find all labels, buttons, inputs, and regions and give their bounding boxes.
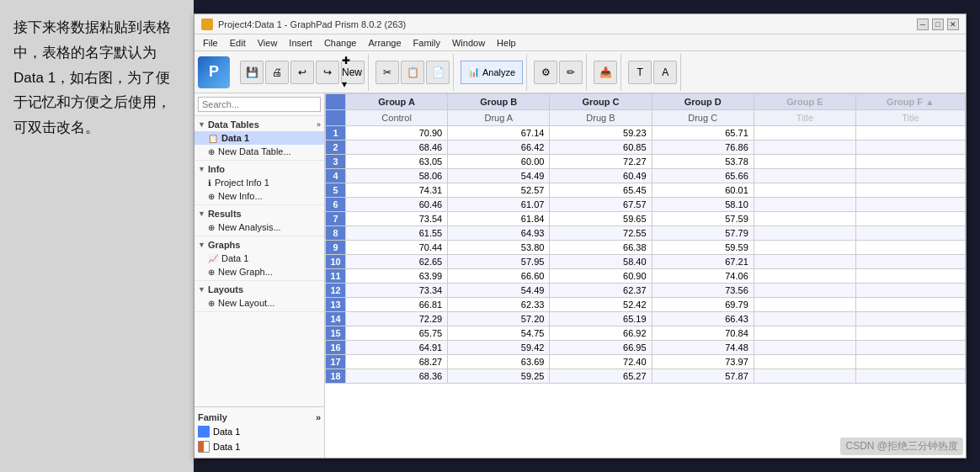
table-row[interactable]: 1062.6557.9558.4067.21: [326, 255, 966, 269]
table-row[interactable]: 1273.3454.4962.3773.56: [326, 284, 966, 298]
data-cell[interactable]: 74.06: [652, 269, 754, 284]
data-cell[interactable]: 57.79: [652, 226, 754, 241]
group-b-header[interactable]: Group B: [448, 94, 550, 110]
toolbar-undo[interactable]: ↩: [290, 61, 314, 84]
data-cell[interactable]: 60.46: [346, 198, 448, 212]
data-cell[interactable]: 62.65: [346, 255, 448, 269]
table-row[interactable]: 1163.9966.6060.9074.06: [326, 269, 966, 284]
data-cell[interactable]: [754, 341, 855, 355]
data-cell[interactable]: [754, 212, 855, 226]
data-cell[interactable]: 65.71: [652, 126, 754, 141]
group-f-header[interactable]: Group F ▲: [855, 94, 965, 110]
menu-insert[interactable]: Insert: [284, 36, 317, 50]
data-cell[interactable]: 67.57: [550, 198, 652, 212]
data-cell[interactable]: 67.21: [652, 255, 754, 269]
data-cell[interactable]: 60.85: [550, 141, 652, 155]
menu-edit[interactable]: Edit: [225, 36, 251, 50]
data-cell[interactable]: 65.19: [550, 312, 652, 326]
toolbar-print[interactable]: 🖨: [265, 61, 289, 84]
data-cell[interactable]: 65.66: [652, 169, 754, 183]
data-cell[interactable]: 64.91: [346, 341, 448, 355]
data-cell[interactable]: 58.10: [652, 198, 754, 212]
sidebar-header-datatables[interactable]: ▼ Data Tables »: [194, 118, 324, 131]
data-cell[interactable]: 68.27: [346, 355, 448, 369]
data-cell[interactable]: 60.00: [448, 155, 550, 169]
data-cell[interactable]: 74.48: [652, 341, 754, 355]
sidebar-item-new-graph[interactable]: ⊕ New Graph...: [194, 265, 324, 278]
data-cell[interactable]: 73.97: [652, 355, 754, 369]
menu-view[interactable]: View: [253, 36, 283, 50]
data-cell[interactable]: 73.34: [346, 284, 448, 298]
data-cell[interactable]: 59.59: [652, 241, 754, 255]
data-cell[interactable]: 73.54: [346, 212, 448, 226]
data-cell[interactable]: 52.57: [448, 183, 550, 198]
data-cell[interactable]: 70.44: [346, 241, 448, 255]
data-cell[interactable]: 73.56: [652, 284, 754, 298]
data-cell[interactable]: 70.90: [346, 126, 448, 141]
data-cell[interactable]: [855, 141, 965, 155]
toolbar-font-a[interactable]: A: [653, 61, 677, 84]
table-row[interactable]: 1868.3659.2565.2757.87: [326, 369, 966, 384]
data-cell[interactable]: [855, 126, 965, 141]
analyze-button[interactable]: 📊 Analyze: [461, 61, 523, 84]
data-cell[interactable]: [855, 341, 965, 355]
toolbar-import[interactable]: 📥: [594, 61, 617, 84]
data-cell[interactable]: [855, 284, 965, 298]
data-cell[interactable]: 66.95: [550, 341, 652, 355]
data-cell[interactable]: [855, 198, 965, 212]
data-cell[interactable]: 74.31: [346, 183, 448, 198]
menu-family[interactable]: Family: [408, 36, 445, 50]
menu-window[interactable]: Window: [447, 36, 490, 50]
data-cell[interactable]: [754, 226, 855, 241]
data-cell[interactable]: 57.20: [448, 312, 550, 326]
data-cell[interactable]: 72.55: [550, 226, 652, 241]
data-cell[interactable]: 59.23: [550, 126, 652, 141]
data-cell[interactable]: 54.75: [448, 326, 550, 341]
data-cell[interactable]: 72.40: [550, 355, 652, 369]
menu-help[interactable]: Help: [492, 36, 521, 50]
table-wrapper[interactable]: Group A Group B Group C Group D Group E …: [325, 93, 966, 458]
data-cell[interactable]: 69.79: [652, 298, 754, 312]
data-cell[interactable]: [855, 241, 965, 255]
data-cell[interactable]: [754, 126, 855, 141]
sidebar-header-graphs[interactable]: ▼ Graphs: [194, 238, 324, 252]
toolbar-change[interactable]: ⚙: [534, 61, 557, 84]
data-cell[interactable]: 52.42: [550, 298, 652, 312]
data-cell[interactable]: [754, 298, 855, 312]
data-cell[interactable]: 53.78: [652, 155, 754, 169]
data-cell[interactable]: 66.60: [448, 269, 550, 284]
table-row[interactable]: 363.0560.0072.2753.78: [326, 155, 966, 169]
data-cell[interactable]: [754, 355, 855, 369]
sidebar-item-project-info[interactable]: ℹ Project Info 1: [194, 176, 324, 189]
table-row[interactable]: 1664.9159.4266.9574.48: [326, 341, 966, 355]
data-cell[interactable]: 60.90: [550, 269, 652, 284]
family-item-data1[interactable]: Data 1: [198, 424, 321, 439]
data-cell[interactable]: [754, 141, 855, 155]
data-cell[interactable]: [855, 312, 965, 326]
data-cell[interactable]: [754, 312, 855, 326]
toolbar-cut[interactable]: ✂: [375, 61, 399, 84]
data-cell[interactable]: 70.84: [652, 326, 754, 341]
data-cell[interactable]: [754, 198, 855, 212]
data-cell[interactable]: 65.45: [550, 183, 652, 198]
sidebar-item-data1[interactable]: 📋 Data 1: [194, 131, 324, 145]
data-cell[interactable]: 64.93: [448, 226, 550, 241]
data-cell[interactable]: [855, 326, 965, 341]
group-d-header[interactable]: Group D: [652, 94, 754, 110]
close-button[interactable]: ✕: [947, 19, 959, 30]
data-cell[interactable]: [754, 169, 855, 183]
sidebar-item-graph-data1[interactable]: 📈 Data 1: [194, 252, 324, 265]
sidebar-item-new-analysis[interactable]: ⊕ New Analysis...: [194, 220, 324, 234]
window-controls[interactable]: ─ □ ✕: [917, 19, 959, 30]
table-row[interactable]: 170.9067.1459.2365.71: [326, 126, 966, 141]
data-cell[interactable]: 53.80: [448, 241, 550, 255]
menu-file[interactable]: File: [198, 36, 223, 50]
search-input[interactable]: [198, 97, 321, 112]
data-cell[interactable]: [855, 169, 965, 183]
table-row[interactable]: 970.4453.8066.3859.59: [326, 241, 966, 255]
data-cell[interactable]: [855, 212, 965, 226]
data-cell[interactable]: 72.29: [346, 312, 448, 326]
toolbar-redo[interactable]: ↪: [316, 61, 339, 84]
data-cell[interactable]: [855, 369, 965, 384]
table-row[interactable]: 458.0654.4960.4965.66: [326, 169, 966, 183]
